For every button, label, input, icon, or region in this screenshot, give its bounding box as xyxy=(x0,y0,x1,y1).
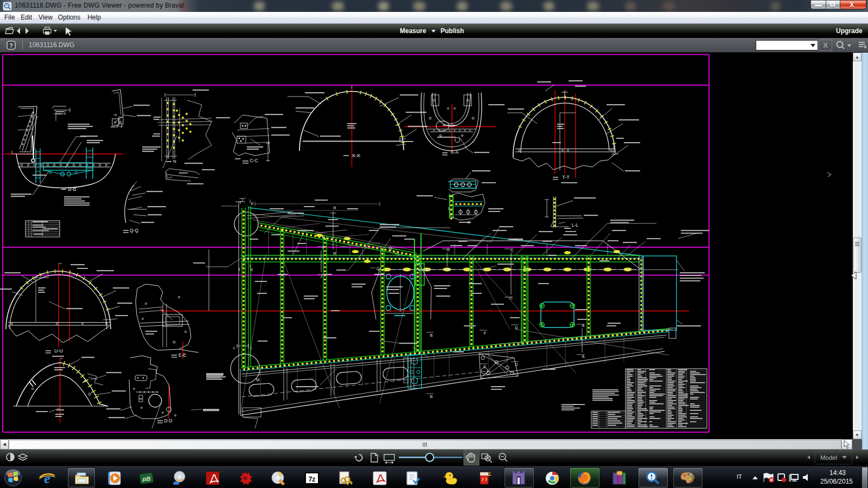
svg-text:U: U xyxy=(467,220,470,224)
svg-text:B: B xyxy=(430,333,432,338)
svg-text:G: G xyxy=(446,247,450,252)
svg-text:T: T xyxy=(239,200,242,205)
svg-text:K: K xyxy=(250,267,253,272)
svg-text:Q: Q xyxy=(376,266,380,271)
svg-text:E: E xyxy=(483,364,486,369)
svg-text:B-B: B-B xyxy=(68,187,76,192)
svg-text:K: K xyxy=(251,201,253,206)
svg-text:pB: pB xyxy=(142,476,151,482)
svg-text:N: N xyxy=(322,235,324,240)
svg-text:Q-Q: Q-Q xyxy=(130,228,138,233)
svg-text:Model: Model xyxy=(820,454,837,461)
svg-text:R: R xyxy=(333,206,336,210)
svg-text:T-T: T-T xyxy=(562,175,570,180)
svg-text:?: ? xyxy=(9,42,13,49)
svg-text:L: L xyxy=(233,345,235,350)
svg-text:D: D xyxy=(515,362,518,367)
svg-text:G: G xyxy=(446,267,450,272)
svg-text:C: C xyxy=(509,296,513,300)
svg-text:Q: Q xyxy=(389,246,392,251)
svg-text:D: D xyxy=(515,325,518,330)
svg-text:R: R xyxy=(333,251,336,256)
svg-text:J: J xyxy=(322,245,324,249)
svg-text:A-A: A-A xyxy=(450,150,458,155)
svg-text:A: A xyxy=(582,323,584,328)
svg-text:7z: 7z xyxy=(309,476,316,483)
svg-text:F: F xyxy=(484,331,487,336)
svg-text:U-U: U-U xyxy=(54,348,63,354)
svg-text:B: B xyxy=(430,394,432,399)
svg-text:F-F: F-F xyxy=(116,124,123,129)
svg-text:e: e xyxy=(44,471,50,486)
svg-text:K-K: K-K xyxy=(352,153,360,158)
svg-text:C: C xyxy=(510,248,514,253)
svg-text:D-D: D-D xyxy=(164,418,172,423)
svg-text:C-C: C-C xyxy=(250,158,258,163)
svg-text:T: T xyxy=(238,267,241,272)
svg-text:L-L: L-L xyxy=(572,222,579,228)
svg-text:M: M xyxy=(256,377,259,382)
svg-text:N: N xyxy=(173,159,176,164)
svg-text:E-E: E-E xyxy=(178,352,187,358)
